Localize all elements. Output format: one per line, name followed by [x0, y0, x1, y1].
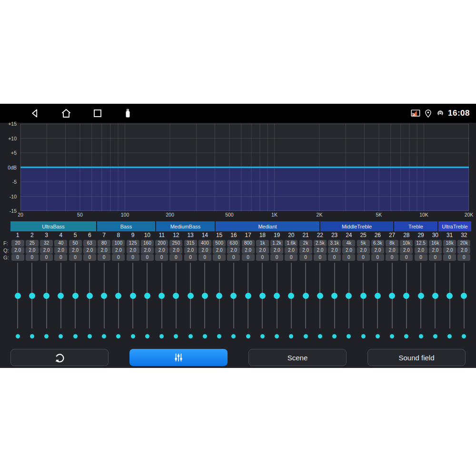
gain-value[interactable]: 0	[40, 254, 53, 261]
gain-value[interactable]: 0	[213, 254, 226, 261]
slider-knob[interactable]	[130, 293, 136, 299]
gain-slider-6[interactable]	[82, 263, 97, 328]
channel-dot-30[interactable]	[428, 334, 442, 339]
q-value[interactable]: 2.0	[184, 247, 197, 254]
freq-value[interactable]: 18k	[443, 240, 456, 247]
channel-dot-16[interactable]	[227, 334, 241, 339]
back-icon[interactable]	[29, 108, 40, 119]
freq-value[interactable]: 50	[69, 240, 82, 247]
q-value[interactable]: 2.0	[227, 247, 240, 254]
gain-value[interactable]: 0	[198, 254, 211, 261]
gain-value[interactable]: 0	[112, 254, 125, 261]
slider-knob[interactable]	[317, 293, 323, 299]
channel-dot-13[interactable]	[183, 334, 198, 339]
channel-dot-31[interactable]	[443, 334, 457, 339]
freq-value[interactable]: 12.5	[415, 240, 427, 247]
gain-slider-5[interactable]	[68, 263, 82, 328]
slider-knob[interactable]	[144, 293, 150, 299]
slider-knob[interactable]	[446, 293, 453, 299]
q-value[interactable]: 2.0	[285, 247, 298, 254]
reset-button[interactable]	[10, 349, 109, 366]
q-value[interactable]: 2.0	[415, 247, 427, 254]
band-treble[interactable]: Treble	[394, 221, 437, 231]
channel-dot-32[interactable]	[457, 334, 471, 339]
gain-value[interactable]: 0	[242, 254, 255, 261]
freq-value[interactable]: 800	[242, 240, 255, 247]
gain-value[interactable]: 0	[141, 254, 154, 261]
q-value[interactable]: 2.0	[386, 247, 398, 254]
gain-value[interactable]: 0	[54, 254, 67, 261]
gain-value[interactable]: 0	[457, 254, 470, 261]
gain-slider-32[interactable]	[457, 263, 471, 328]
slider-knob[interactable]	[288, 293, 294, 299]
slider-knob[interactable]	[87, 293, 93, 299]
band-ultrabass[interactable]: UltraBass	[10, 221, 96, 231]
q-value[interactable]: 2.0	[429, 247, 442, 254]
channel-dot-18[interactable]	[255, 334, 269, 339]
q-value[interactable]: 2.0	[69, 247, 82, 254]
slider-knob[interactable]	[375, 293, 381, 299]
q-value[interactable]: 2.0	[54, 247, 67, 254]
channel-dot-3[interactable]	[40, 334, 54, 339]
gain-value[interactable]: 0	[270, 254, 283, 261]
gain-slider-10[interactable]	[140, 263, 154, 328]
q-value[interactable]: 2.0	[155, 247, 168, 254]
q-value[interactable]: 2.0	[328, 247, 341, 254]
freq-value[interactable]: 2.5k	[314, 240, 327, 247]
gain-value[interactable]: 0	[357, 254, 370, 261]
gain-slider-2[interactable]	[25, 263, 39, 328]
freq-value[interactable]: 8k	[386, 240, 398, 247]
q-value[interactable]: 2.0	[457, 247, 470, 254]
channel-dot-6[interactable]	[82, 334, 97, 339]
channel-dot-22[interactable]	[313, 334, 327, 339]
slider-knob[interactable]	[245, 293, 251, 299]
slider-knob[interactable]	[115, 293, 121, 299]
band-mediant[interactable]: Mediant	[216, 221, 319, 231]
freq-value[interactable]: 16k	[429, 240, 442, 247]
gain-value[interactable]: 0	[400, 254, 413, 261]
freq-value[interactable]: 315	[184, 240, 197, 247]
scene-button[interactable]: Scene	[248, 349, 347, 366]
gain-value[interactable]: 0	[26, 254, 39, 261]
channel-dot-21[interactable]	[298, 334, 313, 339]
q-value[interactable]: 2.0	[314, 247, 327, 254]
freq-value[interactable]: 6.3k	[371, 240, 384, 247]
channel-dot-14[interactable]	[198, 334, 212, 339]
gain-value[interactable]: 0	[155, 254, 168, 261]
gain-value[interactable]: 0	[11, 254, 24, 261]
channel-dot-4[interactable]	[54, 334, 68, 339]
gain-value[interactable]: 0	[83, 254, 96, 261]
q-value[interactable]: 2.0	[169, 247, 182, 254]
channel-dot-17[interactable]	[241, 334, 255, 339]
gain-slider-27[interactable]	[385, 263, 399, 328]
equalizer-button[interactable]	[129, 349, 228, 366]
gain-slider-16[interactable]	[227, 263, 241, 328]
slider-knob[interactable]	[58, 293, 64, 299]
freq-value[interactable]: 3.1k	[328, 240, 341, 247]
q-value[interactable]: 2.0	[342, 247, 355, 254]
slider-knob[interactable]	[389, 293, 395, 299]
gain-value[interactable]: 0	[443, 254, 456, 261]
gain-value[interactable]: 0	[285, 254, 298, 261]
q-value[interactable]: 2.0	[98, 247, 110, 254]
gain-slider-24[interactable]	[342, 263, 356, 328]
channel-dot-23[interactable]	[327, 334, 342, 339]
freq-value[interactable]: 160	[141, 240, 154, 247]
slider-knob[interactable]	[432, 293, 438, 299]
channel-dot-8[interactable]	[111, 334, 126, 339]
q-value[interactable]: 2.0	[11, 247, 24, 254]
q-value[interactable]: 2.0	[141, 247, 154, 254]
gain-slider-26[interactable]	[370, 263, 385, 328]
gain-slider-15[interactable]	[212, 263, 227, 328]
slider-knob[interactable]	[216, 293, 222, 299]
q-value[interactable]: 2.0	[83, 247, 96, 254]
channel-dot-11[interactable]	[155, 334, 169, 339]
gain-value[interactable]: 0	[227, 254, 240, 261]
freq-value[interactable]: 630	[227, 240, 240, 247]
gain-value[interactable]: 0	[342, 254, 355, 261]
slider-knob[interactable]	[418, 293, 424, 299]
slider-knob[interactable]	[331, 293, 337, 299]
slider-knob[interactable]	[188, 293, 194, 299]
q-value[interactable]: 2.0	[112, 247, 125, 254]
freq-value[interactable]: 20	[11, 240, 24, 247]
